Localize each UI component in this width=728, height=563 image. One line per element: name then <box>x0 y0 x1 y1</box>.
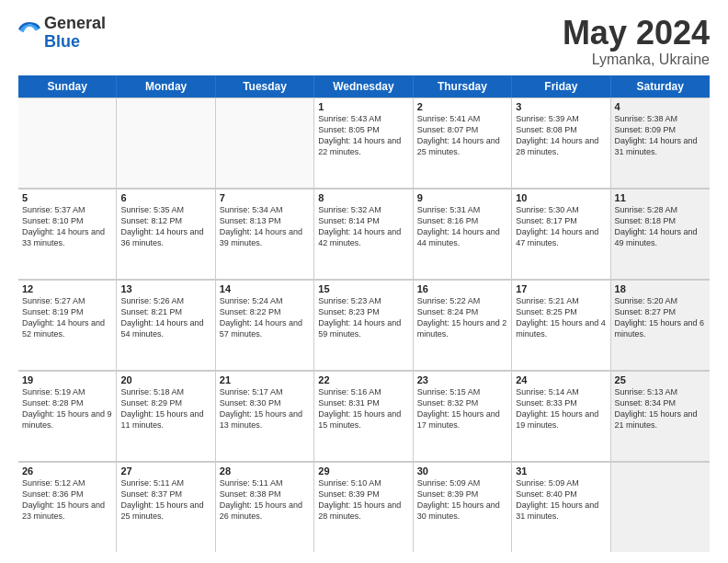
day-info: Sunrise: 5:13 AM Sunset: 8:34 PM Dayligh… <box>615 386 706 431</box>
day-info: Sunrise: 5:12 AM Sunset: 8:36 PM Dayligh… <box>22 477 112 523</box>
cal-day-16: 16Sunrise: 5:22 AM Sunset: 8:24 PM Dayli… <box>414 280 512 370</box>
cal-day-5: 5Sunrise: 5:37 AM Sunset: 8:10 PM Daylig… <box>18 189 117 279</box>
cal-day-18: 18Sunrise: 5:20 AM Sunset: 8:27 PM Dayli… <box>611 280 710 370</box>
day-number: 29 <box>318 465 408 477</box>
day-info: Sunrise: 5:43 AM Sunset: 8:05 PM Dayligh… <box>318 113 408 158</box>
title-block: May 2024 Lymanka, Ukraine <box>563 15 710 68</box>
calendar-week-2: 5Sunrise: 5:37 AM Sunset: 8:10 PM Daylig… <box>18 189 710 280</box>
cal-day-24: 24Sunrise: 5:14 AM Sunset: 8:33 PM Dayli… <box>512 371 610 461</box>
calendar: SundayMondayTuesdayWednesdayThursdayFrid… <box>18 75 710 552</box>
day-number: 7 <box>220 192 310 203</box>
day-info: Sunrise: 5:38 AM Sunset: 8:09 PM Dayligh… <box>615 113 706 158</box>
day-info: Sunrise: 5:15 AM Sunset: 8:32 PM Dayligh… <box>417 386 507 431</box>
day-info: Sunrise: 5:14 AM Sunset: 8:33 PM Dayligh… <box>516 386 606 431</box>
cal-empty-4-6 <box>611 462 710 552</box>
day-info: Sunrise: 5:34 AM Sunset: 8:13 PM Dayligh… <box>220 204 310 249</box>
cal-day-12: 12Sunrise: 5:27 AM Sunset: 8:19 PM Dayli… <box>18 280 117 370</box>
day-info: Sunrise: 5:20 AM Sunset: 8:27 PM Dayligh… <box>615 295 706 340</box>
header-day-wednesday: Wednesday <box>314 75 413 98</box>
day-number: 8 <box>318 192 408 203</box>
day-info: Sunrise: 5:21 AM Sunset: 8:25 PM Dayligh… <box>516 295 606 340</box>
cal-day-19: 19Sunrise: 5:19 AM Sunset: 8:28 PM Dayli… <box>18 371 117 461</box>
day-number: 25 <box>615 374 706 385</box>
day-number: 14 <box>220 283 310 294</box>
day-number: 15 <box>318 283 408 294</box>
day-info: Sunrise: 5:09 AM Sunset: 8:40 PM Dayligh… <box>516 477 606 523</box>
cal-empty-0-1 <box>117 98 215 188</box>
logo-general: General <box>44 15 106 33</box>
day-info: Sunrise: 5:17 AM Sunset: 8:30 PM Dayligh… <box>220 386 310 431</box>
day-number: 22 <box>318 374 408 385</box>
cal-day-4: 4Sunrise: 5:38 AM Sunset: 8:09 PM Daylig… <box>611 98 710 188</box>
calendar-week-5: 26Sunrise: 5:12 AM Sunset: 8:36 PM Dayli… <box>18 462 710 552</box>
cal-day-8: 8Sunrise: 5:32 AM Sunset: 8:14 PM Daylig… <box>314 189 413 279</box>
cal-day-29: 29Sunrise: 5:10 AM Sunset: 8:39 PM Dayli… <box>314 462 413 552</box>
cal-day-25: 25Sunrise: 5:13 AM Sunset: 8:34 PM Dayli… <box>611 371 710 461</box>
cal-day-7: 7Sunrise: 5:34 AM Sunset: 8:13 PM Daylig… <box>216 189 314 279</box>
day-number: 3 <box>516 101 606 112</box>
cal-day-2: 2Sunrise: 5:41 AM Sunset: 8:07 PM Daylig… <box>414 98 512 188</box>
day-number: 16 <box>417 283 507 294</box>
logo: General Blue <box>18 15 106 52</box>
day-number: 10 <box>516 192 606 203</box>
cal-day-15: 15Sunrise: 5:23 AM Sunset: 8:23 PM Dayli… <box>314 280 413 370</box>
day-info: Sunrise: 5:19 AM Sunset: 8:28 PM Dayligh… <box>22 386 112 431</box>
day-info: Sunrise: 5:31 AM Sunset: 8:16 PM Dayligh… <box>417 204 507 249</box>
calendar-week-4: 19Sunrise: 5:19 AM Sunset: 8:28 PM Dayli… <box>18 371 710 462</box>
day-info: Sunrise: 5:11 AM Sunset: 8:37 PM Dayligh… <box>120 477 210 523</box>
logo-text: General Blue <box>44 15 106 52</box>
day-number: 5 <box>22 192 112 203</box>
day-number: 27 <box>120 465 210 477</box>
cal-day-14: 14Sunrise: 5:24 AM Sunset: 8:22 PM Dayli… <box>216 280 314 370</box>
day-number: 21 <box>220 374 310 385</box>
day-number: 4 <box>615 101 706 112</box>
cal-day-17: 17Sunrise: 5:21 AM Sunset: 8:25 PM Dayli… <box>512 280 610 370</box>
header-day-thursday: Thursday <box>414 75 512 98</box>
day-number: 26 <box>22 465 112 477</box>
cal-day-13: 13Sunrise: 5:26 AM Sunset: 8:21 PM Dayli… <box>117 280 215 370</box>
day-number: 6 <box>120 192 210 203</box>
day-number: 12 <box>22 283 112 294</box>
header-day-saturday: Saturday <box>611 75 710 98</box>
day-info: Sunrise: 5:26 AM Sunset: 8:21 PM Dayligh… <box>120 295 210 340</box>
day-number: 24 <box>516 374 606 385</box>
cal-day-10: 10Sunrise: 5:30 AM Sunset: 8:17 PM Dayli… <box>512 189 610 279</box>
cal-day-20: 20Sunrise: 5:18 AM Sunset: 8:29 PM Dayli… <box>117 371 215 461</box>
header-day-friday: Friday <box>512 75 610 98</box>
day-number: 18 <box>615 283 706 294</box>
cal-day-23: 23Sunrise: 5:15 AM Sunset: 8:32 PM Dayli… <box>414 371 512 461</box>
day-number: 11 <box>615 192 706 203</box>
day-info: Sunrise: 5:32 AM Sunset: 8:14 PM Dayligh… <box>318 204 408 249</box>
header-day-monday: Monday <box>117 75 215 98</box>
cal-empty-0-0 <box>18 98 117 188</box>
day-info: Sunrise: 5:30 AM Sunset: 8:17 PM Dayligh… <box>516 204 606 249</box>
cal-day-27: 27Sunrise: 5:11 AM Sunset: 8:37 PM Dayli… <box>117 462 215 552</box>
calendar-body: 1Sunrise: 5:43 AM Sunset: 8:05 PM Daylig… <box>18 98 710 552</box>
page: General Blue May 2024 Lymanka, Ukraine S… <box>0 0 728 563</box>
day-info: Sunrise: 5:39 AM Sunset: 8:08 PM Dayligh… <box>516 113 606 158</box>
calendar-week-3: 12Sunrise: 5:27 AM Sunset: 8:19 PM Dayli… <box>18 280 710 371</box>
day-number: 23 <box>417 374 507 385</box>
day-info: Sunrise: 5:35 AM Sunset: 8:12 PM Dayligh… <box>120 204 210 249</box>
cal-empty-0-2 <box>216 98 314 188</box>
day-number: 9 <box>417 192 507 203</box>
logo-blue: Blue <box>44 33 106 52</box>
day-info: Sunrise: 5:41 AM Sunset: 8:07 PM Dayligh… <box>417 113 507 158</box>
cal-day-11: 11Sunrise: 5:28 AM Sunset: 8:18 PM Dayli… <box>611 189 710 279</box>
cal-day-9: 9Sunrise: 5:31 AM Sunset: 8:16 PM Daylig… <box>414 189 512 279</box>
day-number: 13 <box>120 283 210 294</box>
day-number: 19 <box>22 374 112 385</box>
calendar-week-1: 1Sunrise: 5:43 AM Sunset: 8:05 PM Daylig… <box>18 98 710 189</box>
cal-day-31: 31Sunrise: 5:09 AM Sunset: 8:40 PM Dayli… <box>512 462 610 552</box>
day-number: 31 <box>516 465 606 477</box>
day-info: Sunrise: 5:28 AM Sunset: 8:18 PM Dayligh… <box>615 204 706 249</box>
day-number: 28 <box>220 465 310 477</box>
cal-day-22: 22Sunrise: 5:16 AM Sunset: 8:31 PM Dayli… <box>314 371 413 461</box>
calendar-header: SundayMondayTuesdayWednesdayThursdayFrid… <box>18 75 710 98</box>
day-info: Sunrise: 5:22 AM Sunset: 8:24 PM Dayligh… <box>417 295 507 340</box>
day-info: Sunrise: 5:24 AM Sunset: 8:22 PM Dayligh… <box>220 295 310 340</box>
header-day-tuesday: Tuesday <box>216 75 314 98</box>
cal-day-28: 28Sunrise: 5:11 AM Sunset: 8:38 PM Dayli… <box>216 462 314 552</box>
day-info: Sunrise: 5:18 AM Sunset: 8:29 PM Dayligh… <box>120 386 210 431</box>
cal-day-26: 26Sunrise: 5:12 AM Sunset: 8:36 PM Dayli… <box>18 462 117 552</box>
